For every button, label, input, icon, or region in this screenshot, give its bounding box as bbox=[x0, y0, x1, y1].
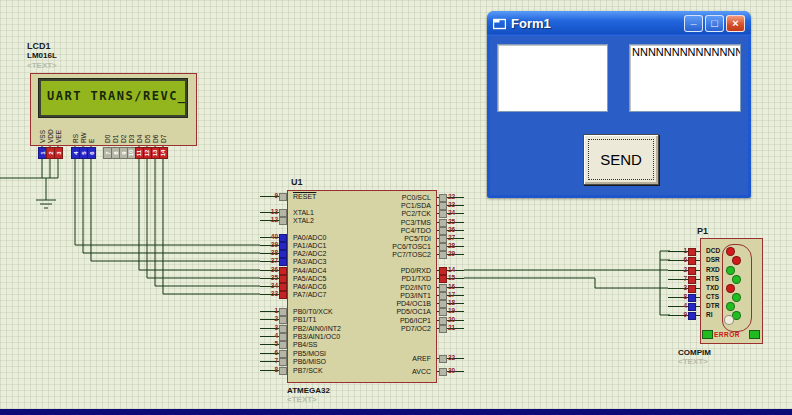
mcu-part-label: ATMEGA32 bbox=[287, 386, 330, 395]
mcu-pin-name-pb3-ain1-oc0: PB3/AIN1/OC0 bbox=[293, 333, 340, 340]
pin-state-indicator bbox=[688, 312, 696, 320]
mcu-pin-number: 1 bbox=[274, 308, 278, 315]
pin-state-indicator bbox=[279, 316, 287, 324]
pin-state-indicator bbox=[279, 358, 287, 366]
mcu-pin-number: 27 bbox=[448, 235, 455, 242]
mcu-pin-name-pc7-tosc2: PC7/TOSC2 bbox=[392, 251, 431, 258]
com-pin-number: 6 bbox=[683, 257, 687, 264]
tx-textbox[interactable] bbox=[497, 44, 608, 112]
pin-state-indicator bbox=[439, 251, 447, 259]
mcu-pin-number: 36 bbox=[271, 267, 278, 274]
lcd-pin-number: 6 bbox=[89, 151, 95, 154]
com-part-label: COMPIM bbox=[678, 348, 711, 357]
lcd-pin-number: 3 bbox=[56, 151, 62, 154]
mcu-pin-name-pa6-adc6: PA6/ADC6 bbox=[293, 283, 326, 290]
mcu-pin-number: 14 bbox=[448, 267, 455, 274]
lcd-pin-label-d2: D2 bbox=[120, 119, 127, 143]
mcu-pin-number: 20 bbox=[448, 317, 455, 324]
mcu-pin-2: 2 bbox=[256, 315, 287, 324]
schematic-canvas[interactable]: LCD1 LM016L <TEXT> UART TRANS/REVC_ VSS1… bbox=[0, 0, 792, 415]
pin-state-indicator bbox=[688, 294, 696, 302]
com-pin-name-txd: TXD bbox=[706, 285, 719, 292]
mcu-pin-number: 21 bbox=[448, 325, 455, 332]
lcd-ref: LCD1 bbox=[27, 41, 51, 51]
pin-state-indicator bbox=[279, 193, 287, 201]
lcd-pin-label-d7: D7 bbox=[160, 119, 167, 143]
com-led-dtr bbox=[726, 302, 735, 311]
mcu-pin-number: 4 bbox=[274, 333, 278, 340]
com-pin-number: 7 bbox=[683, 276, 687, 283]
lcd-pin-number: 5 bbox=[81, 151, 87, 154]
mcu-pin-name-pa3-adc3: PA3/ADC3 bbox=[293, 258, 326, 265]
lcd-part-label: LM016L bbox=[27, 51, 57, 60]
window-title: Form1 bbox=[511, 16, 551, 31]
mcu-component[interactable]: RESETXTAL1XTAL2PA0/ADC0PA1/ADC1PA2/ADC2P… bbox=[287, 190, 437, 383]
mcu-pin-number: 17 bbox=[448, 292, 455, 299]
mcu-pin-number: 15 bbox=[448, 275, 455, 282]
maximize-button[interactable]: □ bbox=[705, 15, 724, 32]
mcu-pin-number: 19 bbox=[448, 308, 455, 315]
pin-state-indicator bbox=[439, 325, 447, 333]
mcu-pin-name-pd4-oc1b: PD4/OC1B bbox=[396, 300, 431, 307]
ground-symbol bbox=[36, 200, 56, 208]
com-error-label: ERROR bbox=[714, 331, 740, 338]
com-status-square-left bbox=[702, 330, 713, 339]
lcd-pin-label-d3: D3 bbox=[128, 119, 135, 143]
mcu-pin-21: 21 bbox=[439, 324, 455, 333]
mcu-pin-12: 12 bbox=[256, 216, 287, 225]
mcu-pin-name-pc0-scl: PC0/SCL bbox=[402, 194, 431, 201]
mcu-pin-number: 22 bbox=[448, 194, 455, 201]
pin-state-indicator bbox=[688, 303, 696, 311]
pin-state-indicator bbox=[279, 258, 287, 266]
mcu-pin-number: 6 bbox=[274, 350, 278, 357]
mcu-pin-number: 24 bbox=[448, 210, 455, 217]
mcu-pin-name-pa5-adc5: PA5/ADC5 bbox=[293, 275, 326, 282]
com-pin-6: 6 bbox=[670, 256, 696, 265]
com-pin-3: 3 bbox=[670, 284, 696, 293]
mcu-pin-name-pb7-sck: PB7/SCK bbox=[293, 367, 323, 374]
form1-window: Form1 _ □ × NNNNNNNNNNNNNNN SEND bbox=[487, 11, 751, 198]
mcu-pin-15: 15 bbox=[439, 274, 455, 283]
lcd-pin-label-vss: VSS bbox=[39, 119, 46, 143]
lcd-pin-number: 1 bbox=[40, 151, 46, 154]
form1-titlebar[interactable]: Form1 _ □ × bbox=[487, 11, 751, 36]
mcu-pin-32: 32 bbox=[439, 354, 455, 363]
pin-state-indicator bbox=[279, 291, 287, 299]
com-text-placeholder: <TEXT> bbox=[678, 357, 708, 366]
com-led-dsr bbox=[732, 256, 741, 265]
pin-state-indicator bbox=[439, 210, 447, 218]
rx-textbox[interactable]: NNNNNNNNNNNNNNN bbox=[629, 44, 741, 112]
com-led-cts bbox=[732, 293, 741, 302]
mcu-pin-number: 5 bbox=[274, 341, 278, 348]
pin-state-indicator bbox=[688, 267, 696, 275]
minimize-button[interactable]: _ bbox=[684, 15, 703, 32]
send-button[interactable]: SEND bbox=[583, 134, 659, 185]
mcu-pin-number: 13 bbox=[271, 209, 278, 216]
com-led-rts bbox=[732, 275, 741, 284]
com-pin-7: 7 bbox=[670, 275, 696, 284]
com-pin-name-dcd: DCD bbox=[706, 248, 720, 255]
lcd-pin-label-vdd: VDD bbox=[47, 119, 54, 143]
mcu-pin-name-pa4-adc4: PA4/ADC4 bbox=[293, 267, 326, 274]
mcu-pin-33: 33 bbox=[256, 290, 287, 299]
maximize-icon: □ bbox=[711, 18, 718, 29]
com-pin-9: 9 bbox=[670, 311, 696, 320]
mcu-pin-number: 35 bbox=[271, 275, 278, 282]
mcu-pin-name-pd1-txd: PD1/TXD bbox=[401, 275, 431, 282]
mcu-pin-number: 34 bbox=[271, 283, 278, 290]
mcu-pin-name-pd0-rxd: PD0/RXD bbox=[401, 267, 431, 274]
lcd-pin-number: 11 bbox=[137, 150, 143, 156]
close-button[interactable]: × bbox=[726, 15, 745, 32]
lcd-pin-number: 13 bbox=[153, 150, 159, 157]
lcd-pin-label-d6: D6 bbox=[152, 119, 159, 143]
lcd-screen-frame: UART TRANS/REVC_ bbox=[38, 78, 188, 118]
mcu-pin-name-pa0-adc0: PA0/ADC0 bbox=[293, 234, 326, 241]
mcu-pin-7: 7 bbox=[256, 357, 287, 366]
pin-state-indicator bbox=[279, 217, 287, 225]
mcu-pin-8: 8 bbox=[256, 366, 287, 375]
mcu-pin-number: 37 bbox=[271, 258, 278, 265]
mcu-pin-name-pc5-tdi: PC5/TDI bbox=[404, 235, 431, 242]
lcd-pin-label-e: E bbox=[88, 119, 95, 143]
pin-state-indicator bbox=[688, 248, 696, 256]
mcu-pin-name-pc2-tck: PC2/TCK bbox=[401, 210, 431, 217]
